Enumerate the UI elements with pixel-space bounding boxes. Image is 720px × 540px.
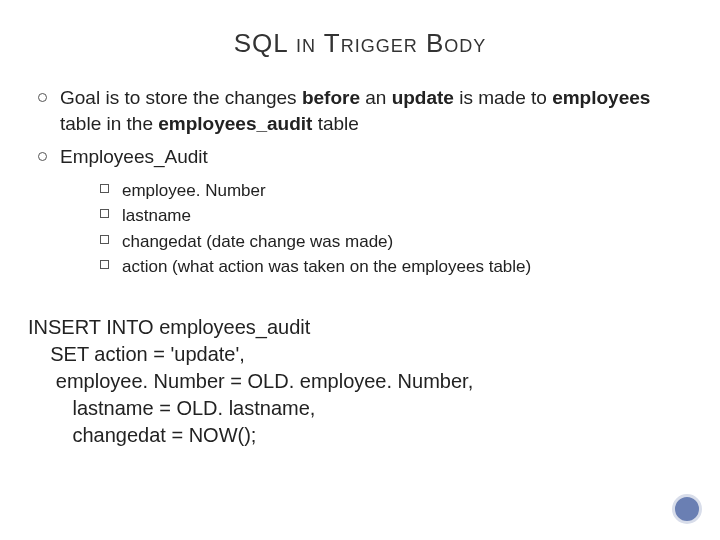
- sub-list: employee. Number lastname changedat (dat…: [98, 178, 686, 280]
- code-line: SET action = 'update',: [28, 343, 245, 365]
- title-part: B: [418, 28, 445, 58]
- title-part: in: [296, 28, 316, 58]
- text: lastname: [122, 206, 191, 225]
- title-part: T: [316, 28, 341, 58]
- slide: SQL in Trigger Body Goal is to store the…: [0, 0, 720, 540]
- code-line: lastname = OLD. lastname,: [28, 397, 315, 419]
- text: action (what action was taken on the emp…: [122, 257, 531, 276]
- list-item: Employees_Audit employee. Number lastnam…: [34, 144, 686, 280]
- text-bold: employees: [552, 87, 650, 108]
- title-part: ody: [444, 28, 486, 58]
- sub-item: employee. Number: [98, 178, 686, 204]
- text-bold: employees_audit: [158, 113, 312, 134]
- title-part: SQL: [234, 28, 296, 58]
- slide-title: SQL in Trigger Body: [28, 28, 692, 59]
- text: table: [312, 113, 358, 134]
- sub-item: lastname: [98, 203, 686, 229]
- text: table in the: [60, 113, 158, 134]
- text: is made to: [454, 87, 552, 108]
- code-line: changedat = NOW();: [28, 424, 256, 446]
- text-bold: before: [302, 87, 360, 108]
- sub-item: action (what action was taken on the emp…: [98, 254, 686, 280]
- text: an: [360, 87, 392, 108]
- code-line: employee. Number = OLD. employee. Number…: [28, 370, 473, 392]
- text: Employees_Audit: [60, 146, 208, 167]
- title-part: rigger: [341, 28, 418, 58]
- code-line: INSERT INTO employees_audit: [28, 316, 310, 338]
- sub-item: changedat (date change was made): [98, 229, 686, 255]
- decorative-dot-icon: [672, 494, 702, 524]
- text: changedat (date change was made): [122, 232, 393, 251]
- bullet-list: Goal is to store the changes before an u…: [28, 85, 692, 280]
- text: Goal is to store the changes: [60, 87, 302, 108]
- list-item: Goal is to store the changes before an u…: [34, 85, 686, 136]
- text: employee. Number: [122, 181, 266, 200]
- text-bold: update: [392, 87, 454, 108]
- code-block: INSERT INTO employees_audit SET action =…: [28, 314, 692, 449]
